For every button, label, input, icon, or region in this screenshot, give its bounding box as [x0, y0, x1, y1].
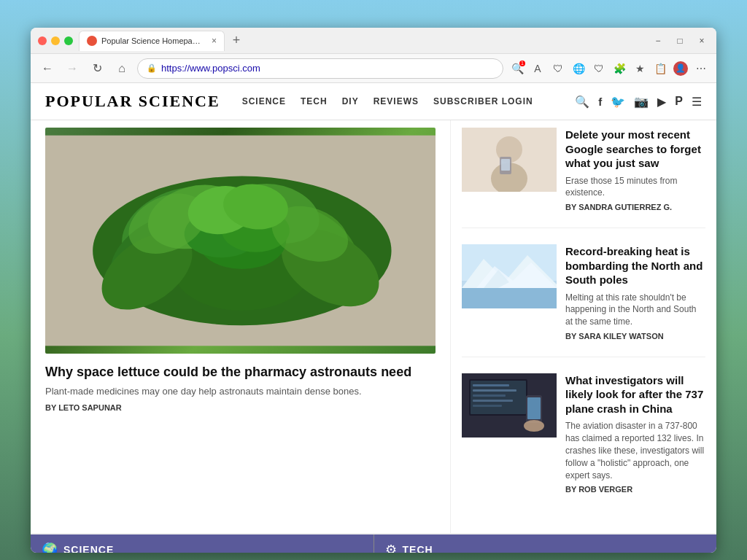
- lettuce-image: [45, 128, 436, 354]
- hamburger-menu-icon[interactable]: ☰: [692, 95, 702, 109]
- page-content: POPULAR SCIENCE SCIENCE TECH DIY REVIEWS…: [31, 83, 716, 553]
- tech-section-icon: ⚙: [385, 542, 397, 553]
- sidebar-article-3-desc: The aviation disaster in a 737-800 has c…: [565, 420, 705, 481]
- svg-rect-28: [462, 288, 557, 308]
- window-minimize-button[interactable]: [51, 36, 60, 45]
- sidebar-article-2-desc: Melting at this rate shouldn't be happen…: [565, 292, 705, 328]
- extensions-icon[interactable]: 🧩: [611, 61, 627, 77]
- favorites-icon[interactable]: ★: [632, 61, 648, 77]
- svg-rect-37: [473, 394, 506, 397]
- site-header: POPULAR SCIENCE SCIENCE TECH DIY REVIEWS…: [31, 83, 716, 120]
- twitter-icon[interactable]: 🐦: [611, 95, 625, 109]
- sidebar-articles: Delete your most recent Google searches …: [450, 120, 716, 533]
- svg-rect-24: [501, 159, 510, 171]
- tech-section-header: ⚙ TECH: [374, 534, 717, 553]
- main-content-area: Why space lettuce could be the pharmacy …: [31, 120, 716, 533]
- facebook-icon[interactable]: f: [598, 96, 602, 108]
- browser-action-buttons: 🔍 1 A 🛡 🌐 🛡 🧩 ★ 📋 👤 ⋯: [509, 61, 709, 77]
- main-article-image[interactable]: [45, 128, 436, 354]
- extension-icon-3[interactable]: 🛡: [550, 61, 566, 77]
- shield-icon[interactable]: 🛡: [591, 61, 607, 77]
- sidebar-article-1-title[interactable]: Delete your most recent Google searches …: [565, 128, 705, 171]
- svg-rect-39: [473, 405, 502, 407]
- win-minimize-button[interactable]: −: [651, 36, 665, 46]
- sidebar-article-1-byline: BY SANDRA GUTIERREZ G.: [565, 203, 705, 211]
- new-tab-button[interactable]: +: [228, 32, 245, 50]
- sidebar-article-1: Delete your most recent Google searches …: [462, 128, 705, 228]
- svg-rect-36: [473, 389, 516, 392]
- url-text: https://www.popsci.com: [161, 63, 260, 74]
- profile-icon[interactable]: 👤: [673, 61, 689, 77]
- url-bar[interactable]: 🔒 https://www.popsci.com: [137, 58, 503, 79]
- window-action-buttons: − □ ×: [651, 36, 709, 46]
- main-article-byline: BY LETO SAPUNAR: [45, 403, 436, 412]
- address-bar: ← → ↻ ⌂ 🔒 https://www.popsci.com 🔍 1 A 🛡…: [31, 54, 716, 83]
- svg-rect-35: [473, 384, 509, 386]
- main-article: Why space lettuce could be the pharmacy …: [31, 120, 450, 533]
- sidebar-article-3-thumbnail[interactable]: [462, 373, 557, 438]
- browser-window: Popular Science Homepage | Po... × + − □…: [31, 28, 716, 553]
- sidebar-article-2-title[interactable]: Record-breaking heat is bombarding the N…: [565, 244, 705, 287]
- main-article-description: Plant-made medicines may one day help as…: [45, 385, 436, 398]
- science-section: 🌍 SCIENCE: [31, 534, 374, 553]
- site-navigation: SCIENCE TECH DIY REVIEWS SUBSCRIBER LOGI…: [242, 96, 576, 106]
- main-article-title[interactable]: Why space lettuce could be the pharmacy …: [45, 364, 436, 381]
- window-close-button[interactable]: [38, 36, 47, 45]
- tab-bar: Popular Science Homepage | Po... × +: [79, 31, 645, 51]
- title-bar: Popular Science Homepage | Po... × + − □…: [31, 28, 716, 54]
- nav-item-diy[interactable]: DIY: [342, 96, 359, 106]
- site-logo[interactable]: POPULAR SCIENCE: [45, 92, 220, 111]
- extension-icon-2[interactable]: A: [530, 61, 546, 77]
- sidebar-article-3-byline: BY ROB VERGER: [565, 485, 705, 494]
- sidebar-article-2-body: Record-breaking heat is bombarding the N…: [565, 244, 705, 341]
- svg-rect-41: [527, 397, 541, 419]
- extension-icon-1[interactable]: 🔍 1: [509, 61, 525, 77]
- sidebar-article-2: Record-breaking heat is bombarding the N…: [462, 244, 705, 357]
- pinterest-icon[interactable]: P: [675, 95, 683, 108]
- svg-rect-38: [473, 400, 513, 402]
- site-action-icons: 🔍 f 🐦 📷 ▶ P ☰: [575, 95, 702, 109]
- sidebar-article-1-body: Delete your most recent Google searches …: [565, 128, 705, 211]
- sidebar-article-3-title[interactable]: What investigators will likely look for …: [565, 373, 705, 416]
- refresh-button[interactable]: ↻: [88, 61, 107, 75]
- menu-button[interactable]: ⋯: [693, 61, 709, 77]
- sidebar-article-1-desc: Erase those 15 minutes from existence.: [565, 175, 705, 200]
- sidebar-article-2-byline: BY SARA KILEY WATSON: [565, 332, 705, 341]
- sidebar-article-3: What investigators will likely look for …: [462, 373, 705, 510]
- win-close-button[interactable]: ×: [694, 36, 709, 46]
- tab-title: Popular Science Homepage | Po...: [101, 36, 204, 45]
- back-button[interactable]: ←: [38, 62, 57, 75]
- browser-tab-active[interactable]: Popular Science Homepage | Po... ×: [79, 31, 225, 51]
- nav-item-reviews[interactable]: REVIEWS: [374, 96, 419, 106]
- sidebar-article-2-thumbnail[interactable]: [462, 244, 557, 308]
- window-maximize-button[interactable]: [64, 36, 73, 45]
- science-section-header: 🌍 SCIENCE: [31, 534, 374, 553]
- tech-section-label[interactable]: TECH: [403, 544, 433, 553]
- svg-point-42: [524, 420, 544, 432]
- nav-item-science[interactable]: SCIENCE: [242, 96, 286, 106]
- tab-close-button[interactable]: ×: [212, 36, 217, 46]
- sidebar-article-3-body: What investigators will likely look for …: [565, 373, 705, 494]
- lock-icon: 🔒: [147, 63, 157, 73]
- nav-item-subscriber-login[interactable]: SUBSCRIBER LOGIN: [433, 96, 533, 106]
- search-icon[interactable]: 🔍: [575, 95, 589, 109]
- win-restore-button[interactable]: □: [673, 36, 687, 46]
- collections-icon[interactable]: 📋: [652, 61, 668, 77]
- bottom-sections: 🌍 SCIENCE: [31, 533, 716, 553]
- sidebar-article-1-thumbnail[interactable]: [462, 128, 557, 192]
- forward-button[interactable]: →: [63, 62, 82, 75]
- home-button[interactable]: ⌂: [112, 62, 131, 75]
- science-section-label[interactable]: SCIENCE: [63, 544, 114, 553]
- tab-favicon: [87, 36, 97, 46]
- window-controls: [38, 36, 73, 45]
- translate-icon[interactable]: 🌐: [570, 61, 587, 77]
- instagram-icon[interactable]: 📷: [634, 95, 649, 109]
- tech-section: ⚙ TECH: [374, 534, 717, 553]
- science-section-icon: 🌍: [42, 542, 58, 553]
- youtube-icon[interactable]: ▶: [657, 95, 666, 109]
- nav-item-tech[interactable]: TECH: [301, 96, 328, 106]
